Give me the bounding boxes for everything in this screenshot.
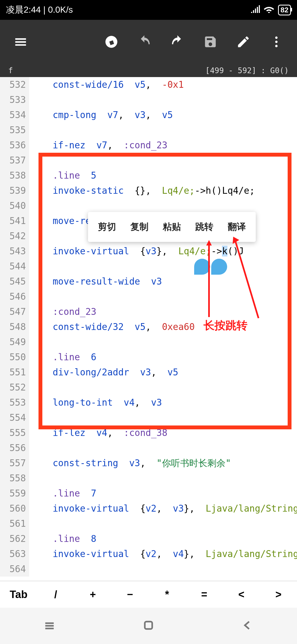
info-left: f (8, 66, 205, 75)
nav-back[interactable] (241, 619, 254, 633)
code-line[interactable] (31, 380, 297, 395)
code-line[interactable] (31, 259, 297, 274)
key-3[interactable]: − (111, 589, 148, 601)
line-number: 546 (0, 289, 26, 304)
edit-button[interactable] (228, 27, 258, 57)
code-line[interactable]: invoke-virtual {v3}, Lq4/e;->k()J (31, 244, 297, 259)
line-number: 551 (0, 365, 26, 380)
line-number: 552 (0, 380, 26, 395)
line-number: 542 (0, 228, 26, 244)
code-area[interactable]: const-wide/16 v5, -0x1 cmp-long v7, v3, … (29, 77, 297, 577)
save-button[interactable] (195, 27, 226, 57)
nav-bar (0, 608, 297, 644)
overflow-button[interactable] (261, 27, 292, 57)
selection-handle-right[interactable] (211, 259, 227, 275)
key-1[interactable]: / (37, 589, 74, 601)
line-number: 534 (0, 107, 26, 122)
line-number: 554 (0, 410, 26, 425)
code-line[interactable]: if-lez v4, :cond_38 (31, 425, 297, 440)
compass-button[interactable] (96, 27, 127, 57)
status-time: 凌晨2:44 | 0.0K/s (6, 4, 251, 16)
battery-text: 82 (280, 6, 288, 14)
code-line[interactable]: .line 6 (31, 350, 297, 365)
nav-recent[interactable] (43, 619, 56, 633)
code-line[interactable] (31, 289, 297, 304)
line-number: 543 (0, 244, 26, 259)
code-line[interactable]: move-result-wide v3 (31, 274, 297, 289)
code-line[interactable] (31, 440, 297, 455)
code-line[interactable]: invoke-static {}, Lq4/e;->h()Lq4/e; (31, 183, 297, 198)
code-line[interactable]: const-string v3, "你听书时长剩余" (31, 455, 297, 471)
svg-point-3 (275, 45, 278, 47)
toolbar (0, 20, 297, 64)
selection-handle-left[interactable] (194, 259, 210, 275)
line-number: 553 (0, 395, 26, 410)
status-icons: 82 (251, 5, 291, 15)
code-line[interactable]: invoke-virtual {v2, v3}, Ljava/lang/Stri… (31, 501, 297, 516)
key-0[interactable]: Tab (0, 589, 37, 601)
line-number: 548 (0, 319, 26, 334)
key-5[interactable]: = (186, 589, 223, 601)
line-number: 545 (0, 274, 26, 289)
code-line[interactable]: .line 7 (31, 486, 297, 501)
context-menu-item-2[interactable]: 粘贴 (156, 217, 188, 237)
line-number: 535 (0, 122, 26, 138)
code-line[interactable] (31, 198, 297, 213)
info-right: [499 - 592] : G0() (205, 66, 289, 75)
battery-icon: 82 (278, 5, 291, 15)
code-line[interactable] (31, 561, 297, 577)
key-4[interactable]: * (148, 589, 186, 601)
symbol-keys: Tab/+−*=<> (0, 581, 297, 608)
line-number: 564 (0, 561, 26, 577)
context-menu-item-0[interactable]: 剪切 (91, 217, 123, 237)
context-menu-item-3[interactable]: 跳转 (188, 217, 221, 237)
line-number: 538 (0, 168, 26, 183)
line-number: 549 (0, 334, 26, 350)
gutter: 5325335345355365375385395405415425435445… (0, 77, 29, 577)
line-number: 532 (0, 77, 26, 92)
code-line[interactable]: invoke-virtual {v2, v4}, Ljava/lang/Stri… (31, 546, 297, 561)
code-line[interactable] (31, 471, 297, 486)
selection-handles[interactable] (194, 259, 227, 275)
nav-home[interactable] (142, 619, 155, 633)
line-number: 544 (0, 259, 26, 274)
key-7[interactable]: > (260, 589, 297, 601)
code-line[interactable]: .line 8 (31, 531, 297, 546)
line-number: 547 (0, 304, 26, 319)
code-line[interactable]: const-wide/16 v5, -0x1 (31, 77, 297, 92)
code-line[interactable]: long-to-int v4, v3 (31, 395, 297, 410)
line-number: 537 (0, 153, 26, 168)
line-number: 541 (0, 213, 26, 228)
context-menu-item-4[interactable]: 翻译 (221, 217, 253, 237)
code-line[interactable]: cmp-long v7, v3, v5 (31, 107, 297, 122)
code-line[interactable]: if-nez v7, :cond_23 (31, 138, 297, 153)
code-line[interactable] (31, 516, 297, 531)
line-number: 563 (0, 546, 26, 561)
line-number: 536 (0, 138, 26, 153)
code-line[interactable] (31, 334, 297, 350)
menu-button[interactable] (6, 27, 36, 57)
line-number: 539 (0, 183, 26, 198)
undo-button[interactable] (129, 27, 160, 57)
info-bar: f [499 - 592] : G0() (0, 64, 297, 77)
code-line[interactable] (31, 153, 297, 168)
context-menu-item-1[interactable]: 复制 (123, 217, 156, 237)
redo-button[interactable] (162, 27, 193, 57)
editor[interactable]: 5325335345355365375385395405415425435445… (0, 77, 297, 581)
key-6[interactable]: < (223, 589, 260, 601)
code-line[interactable] (31, 410, 297, 425)
code-line[interactable] (31, 92, 297, 107)
annotation-label: 长按跳转 (204, 318, 248, 333)
code-line[interactable] (31, 122, 297, 138)
line-number: 562 (0, 531, 26, 546)
code-line[interactable]: div-long/2addr v3, v5 (31, 365, 297, 380)
line-number: 560 (0, 501, 26, 516)
line-number: 561 (0, 516, 26, 531)
svg-rect-8 (145, 622, 152, 629)
key-2[interactable]: + (74, 589, 111, 601)
code-line[interactable]: :cond_23 (31, 304, 297, 319)
line-number: 555 (0, 425, 26, 440)
code-line[interactable]: const-wide/32 v5, 0xea60 (31, 319, 297, 334)
code-line[interactable]: .line 5 (31, 168, 297, 183)
svg-point-1 (275, 37, 278, 39)
